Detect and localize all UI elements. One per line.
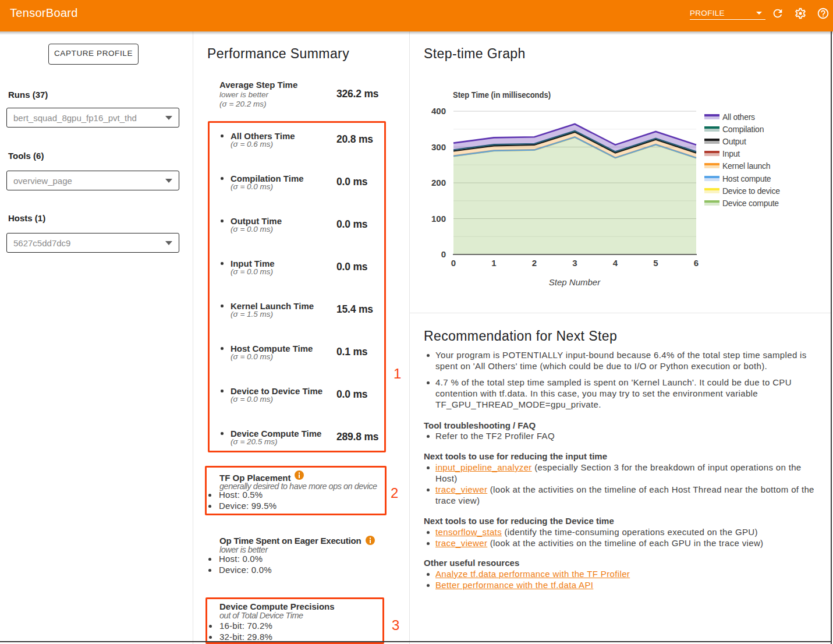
svg-text:0: 0 — [441, 249, 446, 259]
svg-text:300: 300 — [431, 142, 446, 152]
svg-text:0: 0 — [451, 258, 456, 268]
svg-text:1: 1 — [491, 258, 496, 268]
svg-text:200: 200 — [431, 178, 446, 187]
svg-text:100: 100 — [431, 214, 446, 224]
svg-text:6: 6 — [694, 258, 699, 268]
svg-text:5: 5 — [653, 258, 658, 268]
svg-text:4: 4 — [613, 258, 618, 268]
svg-text:400: 400 — [431, 106, 446, 116]
svg-text:3: 3 — [572, 258, 577, 268]
svg-text:2: 2 — [532, 258, 537, 268]
svg-text:Step Time (in milliseconds): Step Time (in milliseconds) — [453, 90, 551, 100]
svg-text:Step Number: Step Number — [549, 277, 601, 287]
